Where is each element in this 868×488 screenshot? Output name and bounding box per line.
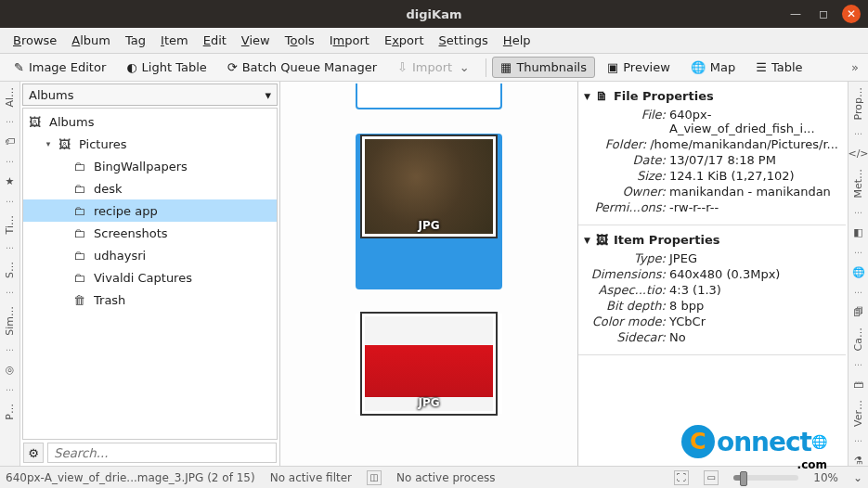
globe-icon[interactable]: 🌐 bbox=[852, 266, 865, 278]
tree-item[interactable]: 🗀udhaysri bbox=[23, 244, 277, 266]
menu-view[interactable]: View bbox=[236, 31, 276, 50]
zoom-value: 10% bbox=[813, 471, 838, 484]
thumbnail-item[interactable]: JPG bbox=[356, 314, 502, 414]
tree-item[interactable]: 🗀Vivaldi Captures bbox=[23, 266, 277, 289]
menu-settings[interactable]: Settings bbox=[434, 31, 494, 50]
item-properties-header[interactable]: ▼ 🖼 Item Properties bbox=[578, 229, 846, 250]
thumbnail-image: JPG bbox=[362, 136, 496, 237]
menu-help[interactable]: Help bbox=[498, 31, 537, 50]
tree-item[interactable]: 🗑Trash bbox=[23, 289, 277, 311]
thumbnail-item[interactable] bbox=[356, 83, 502, 109]
menu-browse[interactable]: Browse bbox=[7, 31, 62, 50]
right-tab-versions[interactable]: Ver… bbox=[852, 400, 864, 427]
left-tab-search[interactable]: S… bbox=[4, 262, 16, 278]
trash-icon: 🗑 bbox=[73, 293, 88, 307]
caption-icon[interactable]: 🗐 bbox=[853, 306, 863, 318]
thumbnail-area[interactable]: JPG JPG bbox=[280, 82, 578, 466]
search-input[interactable] bbox=[47, 443, 277, 463]
toolbar-import-button[interactable]: ⇩ Import ⌄ bbox=[389, 57, 480, 78]
picture-icon: 🖼 bbox=[58, 137, 73, 151]
file-icon: 🗎 bbox=[596, 89, 608, 103]
batch-queue-button[interactable]: ⟳ Batch Queue Manager bbox=[219, 57, 385, 78]
menu-tools[interactable]: Tools bbox=[279, 31, 320, 50]
right-tab-caption[interactable]: Ca… bbox=[852, 327, 864, 351]
menubar: Browse Album Tag Item Edit View Tools Im… bbox=[0, 28, 868, 54]
tree-root[interactable]: 🖼 Albums bbox=[23, 110, 277, 133]
left-tab-albums[interactable]: Al… bbox=[4, 87, 16, 108]
tree-item[interactable]: 🗀Screenshots bbox=[23, 222, 277, 244]
properties-panel: ▼ 🗎 File Properties File:640px-A_view_of… bbox=[578, 82, 848, 466]
map-view-button[interactable]: 🌐 Map bbox=[682, 57, 744, 78]
collapse-icon[interactable]: ▾ bbox=[44, 139, 53, 148]
filter-status-icon[interactable]: ◫ bbox=[367, 470, 382, 485]
property-row: File:640px-A_view_of_dried_fish_i... bbox=[578, 107, 846, 136]
right-tab-properties[interactable]: Prop… bbox=[852, 87, 864, 120]
menu-album[interactable]: Album bbox=[66, 31, 116, 50]
thumbnails-view-button[interactable]: ▦ Thumbnails bbox=[492, 57, 595, 78]
search-options-button[interactable]: ⚙ bbox=[23, 443, 44, 463]
tree-item[interactable]: 🗀recipe app bbox=[23, 199, 277, 222]
thumbnail-ext-label: JPG bbox=[418, 396, 439, 409]
menu-export[interactable]: Export bbox=[379, 31, 430, 50]
window-titlebar: digiKam — ◻ ✕ bbox=[0, 0, 868, 28]
left-tab-similar[interactable]: Sim… bbox=[4, 306, 16, 336]
property-row: Date:13/07/17 8:18 PM bbox=[578, 152, 846, 168]
version-icon[interactable]: 🗃 bbox=[853, 379, 863, 391]
thumbnail-item-selected[interactable]: JPG bbox=[356, 134, 502, 289]
image-editor-button[interactable]: ✎ Image Editor bbox=[6, 57, 114, 78]
menu-edit[interactable]: Edit bbox=[198, 31, 232, 50]
minimize-button[interactable]: — bbox=[786, 5, 805, 23]
status-filter: No active filter bbox=[270, 471, 352, 484]
tree-item[interactable]: 🗀desk bbox=[23, 177, 277, 199]
toolbar-overflow-button[interactable]: » bbox=[848, 60, 862, 74]
maximize-button[interactable]: ◻ bbox=[814, 5, 833, 23]
zoom-100-icon[interactable]: ▭ bbox=[704, 470, 719, 485]
light-table-button[interactable]: ◐ Light Table bbox=[118, 57, 215, 78]
right-tab-metadata[interactable]: Met… bbox=[852, 169, 864, 199]
toolbar: ✎ Image Editor ◐ Light Table ⟳ Batch Que… bbox=[0, 54, 868, 82]
import-icon: ⇩ bbox=[397, 60, 408, 74]
right-tab-strip: Prop… ⋯ </> Met… ⋯ ◧ ⋯ 🌐 ⋯ 🗐 Ca… ⋯ 🗃 Ver… bbox=[848, 82, 868, 466]
status-process: No active process bbox=[396, 471, 496, 484]
chevron-down-icon[interactable]: ⌄ bbox=[853, 471, 862, 484]
property-row: Dimensions:640x480 (0.3Mpx) bbox=[578, 266, 846, 282]
menu-tag[interactable]: Tag bbox=[120, 31, 151, 50]
menu-import[interactable]: Import bbox=[324, 31, 375, 50]
albums-combo[interactable]: Albums ▾ bbox=[22, 83, 278, 106]
folder-icon: 🗀 bbox=[73, 182, 88, 196]
preview-icon: ▣ bbox=[607, 60, 618, 74]
picture-icon: 🖼 bbox=[29, 115, 44, 129]
menu-item[interactable]: Item bbox=[155, 31, 194, 50]
workspace: Al… ⋯ 🏷 ⋯ ★ ⋯ Ti… ⋯ S… ⋯ Sim… ⋯ ◎ ⋯ P… A… bbox=[0, 82, 868, 466]
table-icon: ☰ bbox=[756, 60, 767, 74]
property-row: Permi...ons:-rw-r--r-- bbox=[578, 199, 846, 215]
folder-icon: 🗀 bbox=[73, 249, 88, 263]
close-button[interactable]: ✕ bbox=[842, 5, 861, 23]
zoom-fit-icon[interactable]: ⛶ bbox=[674, 470, 689, 485]
table-view-button[interactable]: ☰ Table bbox=[747, 57, 810, 78]
property-row: Size:124.1 KiB (1,27,102) bbox=[578, 168, 846, 184]
left-tab-strip: Al… ⋯ 🏷 ⋯ ★ ⋯ Ti… ⋯ S… ⋯ Sim… ⋯ ◎ ⋯ P… bbox=[0, 82, 20, 466]
color-icon[interactable]: ◧ bbox=[853, 226, 862, 238]
code-icon[interactable]: </> bbox=[848, 148, 868, 160]
left-tab-timeline[interactable]: Ti… bbox=[4, 215, 16, 234]
album-tree: 🖼 Albums ▾ 🖼 Pictures 🗀BingWallpapers🗀de… bbox=[22, 108, 278, 440]
star-icon[interactable]: ★ bbox=[6, 175, 15, 187]
light-table-icon: ◐ bbox=[126, 60, 136, 74]
folder-icon: 🗀 bbox=[73, 226, 88, 240]
property-row: Sidecar:No bbox=[578, 329, 846, 345]
triangle-down-icon: ▼ bbox=[584, 236, 590, 245]
batch-icon: ⟳ bbox=[227, 60, 238, 74]
left-tab-people[interactable]: P… bbox=[4, 404, 16, 420]
tree-pictures[interactable]: ▾ 🖼 Pictures bbox=[23, 133, 277, 155]
tag-icon[interactable]: 🏷 bbox=[5, 135, 15, 148]
tree-item[interactable]: 🗀BingWallpapers bbox=[23, 155, 277, 177]
filter-icon[interactable]: ⚗ bbox=[854, 455, 863, 466]
window-title: digiKam bbox=[407, 7, 462, 21]
picture-icon: 🖼 bbox=[596, 233, 608, 247]
target-icon[interactable]: ◎ bbox=[6, 364, 15, 376]
property-row: Bit depth:8 bpp bbox=[578, 298, 846, 314]
file-properties-header[interactable]: ▼ 🗎 File Properties bbox=[578, 85, 846, 107]
zoom-slider[interactable] bbox=[733, 475, 798, 481]
preview-view-button[interactable]: ▣ Preview bbox=[599, 57, 679, 78]
